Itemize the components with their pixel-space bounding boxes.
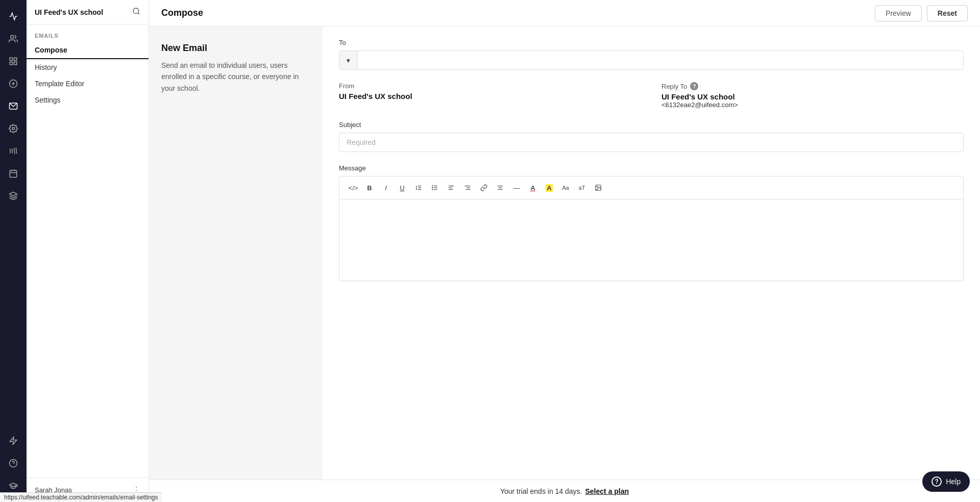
trial-text: Your trial ends in 14 days. bbox=[500, 487, 582, 495]
from-value: UI Feed's UX school bbox=[339, 92, 641, 101]
svg-line-13 bbox=[16, 147, 17, 154]
sidebar: UI Feed's UX school EMAILS Compose Histo… bbox=[27, 0, 149, 502]
nav-icon-tools[interactable] bbox=[3, 186, 23, 206]
sidebar-header: UI Feed's UX school bbox=[27, 0, 149, 24]
toolbar-link-button[interactable] bbox=[476, 181, 492, 195]
emails-section-label: EMAILS bbox=[27, 24, 149, 42]
toolbar-highlight-button[interactable]: A bbox=[542, 181, 557, 195]
svg-point-9 bbox=[12, 128, 15, 130]
reply-to-label: Reply To ? bbox=[662, 82, 964, 90]
toolbar-font-size-button[interactable]: Aa bbox=[558, 181, 573, 195]
svg-point-31 bbox=[432, 189, 433, 190]
message-editor-body[interactable] bbox=[339, 199, 964, 281]
subject-label: Subject bbox=[339, 121, 964, 129]
nav-icon-email[interactable] bbox=[3, 96, 23, 116]
svg-point-29 bbox=[432, 186, 433, 186]
nav-icon-library[interactable] bbox=[3, 141, 23, 161]
toolbar-align-center-button[interactable] bbox=[493, 181, 508, 195]
toolbar-underline-button[interactable]: U bbox=[395, 181, 410, 195]
toolbar-align-right-button[interactable] bbox=[460, 181, 475, 195]
svg-rect-3 bbox=[14, 62, 17, 65]
toolbar-italic-button[interactable]: I bbox=[378, 181, 394, 195]
content-area: New Email Send an email to individual us… bbox=[149, 27, 980, 480]
subject-field-group: Subject bbox=[339, 121, 964, 152]
sidebar-app-title: UI Feed's UX school bbox=[35, 8, 103, 16]
nav-icon-calendar[interactable] bbox=[3, 163, 23, 184]
subject-input[interactable] bbox=[339, 133, 964, 152]
svg-rect-14 bbox=[10, 170, 17, 178]
svg-point-0 bbox=[11, 35, 14, 38]
svg-point-21 bbox=[133, 8, 139, 14]
nav-icon-revenue[interactable] bbox=[3, 73, 23, 94]
from-block: From UI Feed's UX school bbox=[339, 82, 641, 109]
toolbar-code-button[interactable]: </> bbox=[346, 181, 361, 195]
from-reply-row: From UI Feed's UX school Reply To ? UI F… bbox=[339, 82, 964, 109]
nav-icon-lightning[interactable] bbox=[3, 431, 23, 451]
to-dropdown-button[interactable]: ▾ bbox=[339, 51, 358, 69]
reply-to-block: Reply To ? UI Feed's UX school <6132eae2… bbox=[662, 82, 964, 109]
to-label: To bbox=[339, 39, 964, 46]
message-editor-toolbar: </> B I U bbox=[339, 176, 964, 199]
nav-icon-dashboard[interactable] bbox=[3, 51, 23, 71]
topbar-actions: Preview Reset bbox=[875, 5, 968, 21]
sidebar-item-history[interactable]: History bbox=[27, 59, 149, 76]
toolbar-ordered-list-button[interactable] bbox=[411, 181, 426, 195]
nav-icon-analytics[interactable] bbox=[3, 6, 23, 27]
reply-to-email: <6132eae2@uifeed.com> bbox=[662, 101, 964, 109]
to-field-group: To ▾ bbox=[339, 39, 964, 70]
sidebar-item-settings[interactable]: Settings bbox=[27, 92, 149, 108]
to-input[interactable] bbox=[358, 51, 963, 69]
sidebar-item-template-editor[interactable]: Template Editor bbox=[27, 76, 149, 92]
preview-button[interactable]: Preview bbox=[875, 5, 922, 21]
nav-icon-users[interactable] bbox=[3, 29, 23, 49]
toolbar-image-button[interactable] bbox=[591, 181, 606, 195]
svg-rect-1 bbox=[10, 58, 12, 60]
url-tooltip: https://uifeed.teachable.com/admin/email… bbox=[0, 492, 162, 502]
left-icon-nav bbox=[0, 0, 27, 502]
toolbar-font-case-button[interactable]: aT bbox=[574, 181, 590, 195]
topbar: Compose Preview Reset bbox=[149, 0, 980, 27]
left-info-panel: New Email Send an email to individual us… bbox=[149, 27, 323, 480]
reply-to-name: UI Feed's UX school bbox=[662, 92, 964, 101]
trial-bar: Your trial ends in 14 days. Select a pla… bbox=[149, 480, 980, 502]
svg-line-12 bbox=[14, 148, 15, 154]
toolbar-unordered-list-button[interactable] bbox=[427, 181, 443, 195]
toolbar-text-color-button[interactable]: A bbox=[525, 181, 541, 195]
nav-icon-help-circle[interactable] bbox=[3, 453, 23, 473]
reply-to-info-icon[interactable]: ? bbox=[690, 82, 698, 90]
toolbar-bold-button[interactable]: B bbox=[362, 181, 377, 195]
reset-button[interactable]: Reset bbox=[927, 5, 968, 21]
message-field-group: Message </> B I U bbox=[339, 164, 964, 281]
toolbar-align-left-button[interactable] bbox=[444, 181, 459, 195]
nav-icon-gear[interactable] bbox=[3, 118, 23, 139]
search-icon[interactable] bbox=[132, 7, 140, 17]
help-label: Help bbox=[946, 478, 961, 486]
main-area: Compose Preview Reset New Email Send an … bbox=[149, 0, 980, 502]
sidebar-item-compose[interactable]: Compose bbox=[27, 42, 149, 59]
svg-rect-2 bbox=[14, 58, 17, 60]
svg-point-30 bbox=[432, 187, 433, 188]
from-label: From bbox=[339, 82, 641, 90]
help-button[interactable]: ? Help bbox=[922, 471, 970, 492]
page-title: Compose bbox=[161, 8, 203, 18]
svg-line-22 bbox=[138, 13, 139, 14]
message-label: Message bbox=[339, 164, 964, 172]
help-icon: ? bbox=[932, 476, 942, 487]
toolbar-hr-button[interactable]: — bbox=[509, 181, 524, 195]
svg-marker-18 bbox=[10, 437, 17, 445]
panel-heading: New Email bbox=[161, 43, 310, 54]
panel-description: Send an email to individual users, users… bbox=[161, 60, 310, 94]
to-field-wrapper: ▾ bbox=[339, 51, 964, 70]
to-dropdown-chevron: ▾ bbox=[347, 57, 350, 64]
svg-point-42 bbox=[597, 186, 598, 187]
select-plan-link[interactable]: Select a plan bbox=[585, 487, 629, 495]
svg-rect-4 bbox=[10, 62, 12, 65]
email-form-panel: To ▾ From UI Feed's UX school Reply To bbox=[323, 27, 980, 480]
